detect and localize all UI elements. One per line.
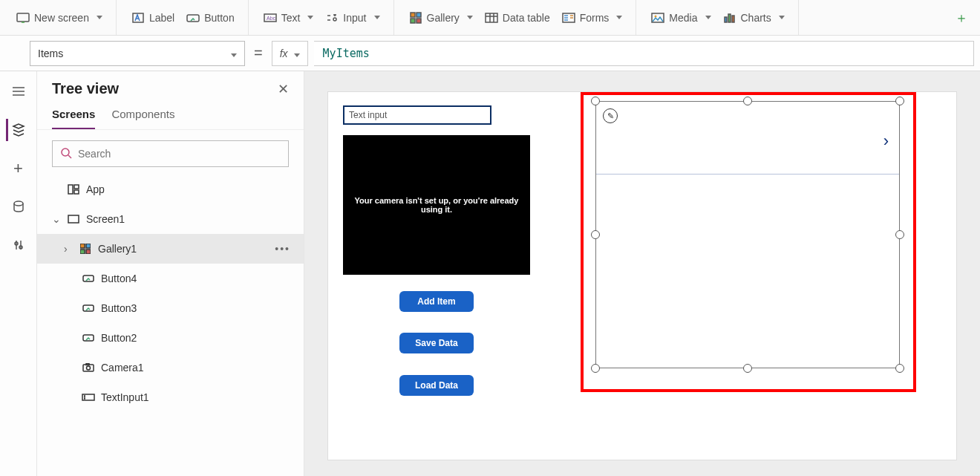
forms-button[interactable]: Forms (558, 5, 627, 30)
text-label: Text (281, 12, 301, 24)
label-button[interactable]: Label (127, 5, 179, 30)
app-icon (67, 183, 80, 196)
chevron-down-icon (228, 48, 237, 59)
tree-label: Screen1 (86, 213, 125, 225)
add-item-button[interactable]: Add Item (399, 291, 474, 312)
forms-icon (562, 11, 575, 25)
more-icon[interactable]: ••• (275, 243, 290, 255)
rail-tools[interactable] (7, 235, 30, 257)
tree-node-textinput1[interactable]: TextInput1 (37, 382, 304, 412)
tree-view-panel: Tree view ✕ Screens Components App ⌄ Scr… (37, 71, 304, 476)
canvas-camera[interactable]: Your camera isn't set up, or you're alre… (343, 135, 530, 275)
tree-label: App (86, 183, 105, 195)
text-icon: Abc (264, 11, 277, 25)
svg-text:Abc: Abc (267, 16, 276, 21)
input-label: Input (343, 12, 366, 24)
gallery-row[interactable]: › (596, 102, 899, 175)
button-label: Button (204, 12, 234, 24)
fx-label: fx (280, 48, 288, 59)
tree-node-gallery1[interactable]: › Gallery1 ••• (37, 234, 304, 264)
textinput-icon (82, 391, 95, 404)
load-data-button[interactable]: Load Data (399, 375, 474, 396)
resize-handle[interactable] (591, 97, 600, 105)
chevron-right-icon[interactable]: › (883, 131, 889, 151)
tree-node-app[interactable]: App (37, 175, 304, 204)
tree-label: Button2 (101, 332, 137, 344)
label-label: Label (149, 12, 174, 24)
tree-label: Camera1 (101, 362, 144, 374)
edit-icon[interactable]: ✎ (603, 108, 618, 123)
new-screen-label: New screen (34, 12, 89, 24)
search-input[interactable] (78, 148, 281, 160)
tree: App ⌄ Screen1 › Gallery1 ••• Button4 But… (37, 175, 304, 476)
new-screen-button[interactable]: New screen (12, 5, 107, 30)
svg-rect-20 (68, 185, 73, 194)
charts-label: Charts (741, 12, 771, 24)
input-button[interactable]: Input (321, 5, 384, 30)
tree-node-camera1[interactable]: Camera1 (37, 353, 304, 382)
panel-title: Tree view (52, 80, 119, 97)
add-icon[interactable]: ＋ (955, 11, 968, 25)
rail-tree-view[interactable] (6, 119, 28, 141)
resize-handle[interactable] (895, 364, 904, 373)
canvas-text-input[interactable]: Text input (343, 105, 491, 125)
input-icon (325, 11, 339, 25)
media-button[interactable]: Media (647, 5, 715, 30)
charts-icon (723, 11, 736, 25)
svg-rect-21 (74, 185, 79, 189)
tree-node-screen1[interactable]: ⌄ Screen1 (37, 204, 304, 234)
tab-components[interactable]: Components (111, 103, 174, 129)
rail-data[interactable] (7, 196, 30, 218)
svg-rect-25 (86, 244, 91, 248)
formula-input[interactable]: MyItems (314, 41, 974, 66)
tree-label: Gallery1 (98, 243, 137, 255)
equals-sign: = (251, 45, 266, 62)
rail-insert[interactable]: + (7, 157, 30, 180)
tree-node-button2[interactable]: Button2 (37, 323, 304, 353)
resize-handle[interactable] (895, 97, 904, 105)
property-dropdown[interactable]: Items (30, 41, 245, 66)
canvas-area: Text input Your camera isn't set up, or … (304, 71, 980, 476)
media-icon (651, 11, 664, 25)
button-button[interactable]: Button (182, 5, 238, 30)
close-icon[interactable]: ✕ (278, 81, 289, 97)
rail-hamburger[interactable] (7, 80, 30, 102)
tree-node-button3[interactable]: Button3 (37, 293, 304, 323)
left-rail: + (0, 71, 37, 476)
resize-handle[interactable] (743, 364, 752, 373)
tree-label: Button4 (101, 273, 137, 284)
svg-rect-26 (80, 250, 85, 254)
svg-rect-14 (728, 14, 731, 22)
canvas-gallery[interactable]: › (595, 101, 900, 368)
fx-dropdown[interactable]: fx (272, 41, 308, 66)
svg-rect-7 (411, 19, 415, 23)
chevron-down-icon (291, 48, 300, 59)
resize-handle[interactable] (591, 230, 600, 239)
tab-screens[interactable]: Screens (52, 103, 95, 129)
media-label: Media (669, 12, 697, 24)
charts-button[interactable]: Charts (719, 5, 789, 30)
svg-point-19 (62, 149, 69, 156)
button-icon (82, 301, 95, 315)
text-button[interactable]: Abc Text (259, 5, 318, 30)
resize-handle[interactable] (743, 97, 752, 105)
button-icon (186, 11, 200, 25)
tree-node-button4[interactable]: Button4 (37, 264, 304, 293)
tree-label: Button3 (101, 302, 137, 314)
svg-rect-0 (17, 13, 29, 22)
search-box[interactable] (52, 140, 289, 167)
save-data-button[interactable]: Save Data (399, 333, 474, 353)
svg-rect-23 (68, 215, 79, 223)
button-icon (82, 331, 95, 345)
data-table-label: Data table (503, 12, 550, 24)
data-table-button[interactable]: Data table (480, 5, 555, 30)
resize-handle[interactable] (895, 230, 904, 239)
gallery-button[interactable]: Gallery (405, 5, 477, 30)
canvas-screen[interactable]: Text input Your camera isn't set up, or … (328, 92, 956, 460)
tree-label: TextInput1 (101, 391, 149, 403)
property-label: Items (38, 48, 63, 59)
resize-handle[interactable] (591, 364, 600, 373)
gallery-icon (409, 11, 422, 25)
chevron-down-icon: ⌄ (52, 213, 61, 225)
formula-bar: Items = fx MyItems (0, 36, 980, 71)
